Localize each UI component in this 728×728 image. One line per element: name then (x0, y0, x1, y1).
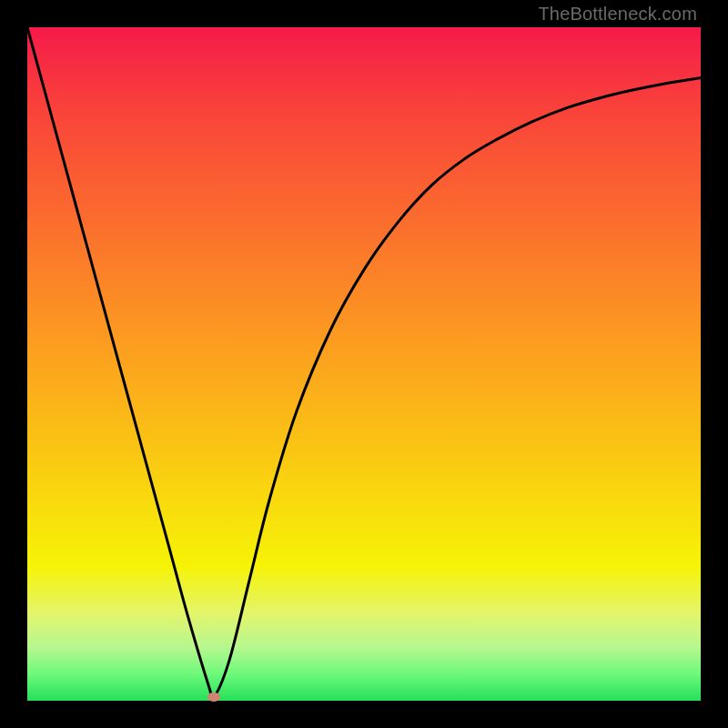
chart-stage: TheBottleneck.com (0, 0, 728, 728)
watermark-text: TheBottleneck.com (538, 4, 697, 25)
minimum-marker (207, 693, 220, 702)
bottleneck-curve (27, 27, 701, 701)
plot-area (27, 27, 701, 701)
curve-path (27, 27, 701, 700)
